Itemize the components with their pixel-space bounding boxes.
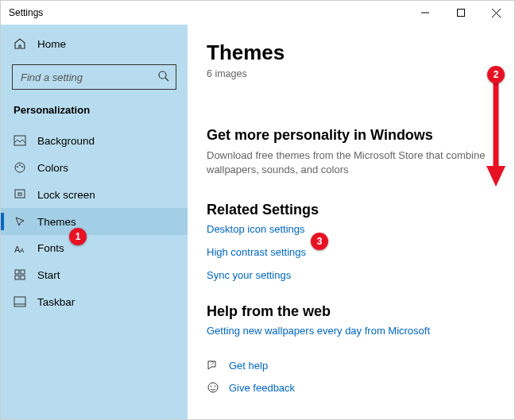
svg-point-23: [211, 386, 212, 387]
nav-label: Colors: [37, 162, 68, 174]
svg-rect-19: [14, 297, 25, 306]
svg-point-7: [15, 163, 25, 172]
nav-label: Background: [37, 135, 95, 147]
start-icon: [14, 268, 26, 281]
minimize-button[interactable]: [407, 1, 443, 25]
window-titlebar: Settings: [1, 1, 514, 25]
main-content: Themes 6 images Get more personality in …: [188, 25, 514, 419]
link-sync-settings[interactable]: Sync your settings: [207, 269, 495, 281]
link-get-help[interactable]: Get help: [229, 360, 268, 372]
nav-taskbar[interactable]: Taskbar: [1, 288, 188, 315]
home-nav[interactable]: Home: [1, 31, 188, 56]
svg-point-8: [17, 166, 18, 168]
svg-rect-18: [21, 276, 25, 279]
annotation-badge-2: 2: [487, 66, 505, 83]
section-header: Personalization: [1, 101, 188, 127]
home-label: Home: [37, 38, 66, 50]
nav-start[interactable]: Start: [1, 261, 188, 288]
nav-lock-screen[interactable]: Lock screen: [1, 181, 188, 208]
svg-rect-11: [15, 190, 25, 198]
svg-point-24: [215, 386, 216, 387]
svg-point-22: [208, 383, 218, 392]
nav-label: Taskbar: [37, 296, 75, 308]
close-button[interactable]: [478, 1, 514, 25]
nav-label: Fonts: [37, 242, 64, 254]
svg-rect-16: [21, 270, 25, 274]
window-title: Settings: [9, 7, 43, 18]
page-subtitle: 6 images: [207, 68, 495, 79]
link-desktop-icon-settings[interactable]: Desktop icon settings: [207, 223, 495, 235]
nav-themes[interactable]: Themes: [1, 208, 188, 235]
svg-point-4: [159, 71, 166, 79]
nav-label: Themes: [37, 216, 76, 228]
page-title: Themes: [207, 40, 495, 65]
nav-colors[interactable]: Colors: [1, 154, 188, 181]
help-heading: Help from the web: [207, 303, 495, 320]
promo-heading: Get more personality in Windows: [207, 127, 495, 144]
sidebar: Home Personalization Background Colors: [1, 25, 188, 419]
search-input[interactable]: [12, 64, 176, 90]
maximize-button[interactable]: [443, 1, 478, 25]
help-icon: ?: [207, 359, 219, 372]
svg-line-5: [165, 78, 168, 81]
feedback-icon: [207, 381, 219, 394]
annotation-arrow: [486, 80, 505, 187]
svg-rect-6: [14, 136, 25, 145]
svg-point-10: [21, 166, 23, 168]
search-container: [12, 64, 176, 90]
nav-label: Lock screen: [37, 189, 95, 201]
svg-rect-12: [18, 193, 21, 195]
nav-background[interactable]: Background: [1, 127, 188, 154]
palette-icon: [14, 161, 26, 174]
feedback-row[interactable]: Give feedback: [207, 381, 495, 394]
link-high-contrast[interactable]: High contrast settings: [207, 246, 495, 258]
get-help-row[interactable]: ? Get help: [207, 359, 495, 372]
related-heading: Related Settings: [207, 202, 495, 218]
svg-text:?: ?: [211, 360, 214, 366]
nav-label: Start: [37, 269, 60, 281]
fonts-icon: AA: [14, 243, 26, 254]
svg-point-9: [19, 164, 21, 166]
search-icon: [157, 70, 170, 83]
svg-rect-15: [15, 270, 19, 274]
nav-fonts[interactable]: AA Fonts: [1, 235, 188, 261]
svg-rect-1: [457, 10, 464, 17]
taskbar-icon: [14, 295, 26, 308]
themes-icon: [14, 215, 26, 228]
svg-rect-17: [15, 276, 19, 279]
link-wallpapers[interactable]: Getting new wallpapers every day from Mi…: [207, 325, 495, 337]
window-controls: [407, 1, 514, 25]
picture-icon: [14, 134, 26, 147]
promo-text: Download free themes from the Microsoft …: [207, 148, 495, 176]
lock-screen-icon: [14, 188, 26, 201]
svg-text:A: A: [20, 247, 25, 254]
annotation-badge-3: 3: [311, 233, 328, 250]
annotation-badge-1: 1: [69, 228, 87, 245]
svg-marker-26: [486, 166, 505, 187]
home-icon: [14, 37, 26, 50]
link-feedback[interactable]: Give feedback: [229, 382, 295, 394]
